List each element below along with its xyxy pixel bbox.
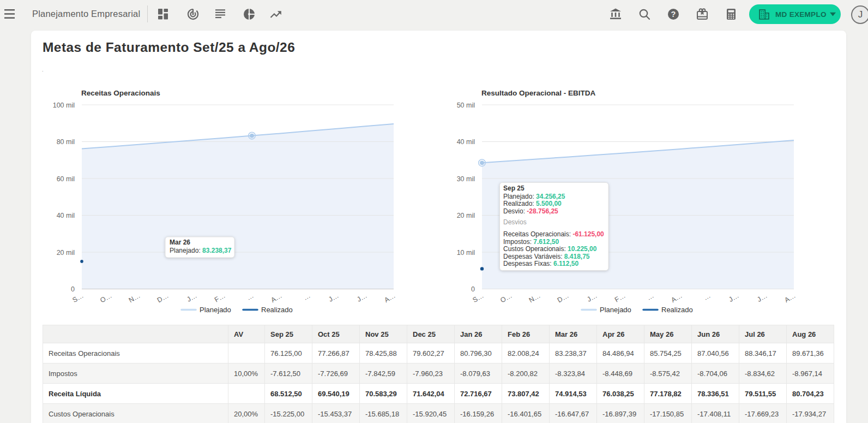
svg-text:J…: J… — [756, 291, 768, 303]
svg-text:A…: A… — [670, 291, 683, 304]
svg-text:Planejado: Planejado — [600, 306, 631, 314]
svg-text:D…: D… — [556, 291, 570, 304]
svg-text:Planejado: Planejado — [200, 306, 231, 314]
svg-text:Sep 25: Sep 25 — [503, 184, 525, 192]
svg-text:Realizado: Realizado — [261, 306, 293, 314]
svg-text:N…: N… — [528, 291, 542, 304]
svg-text:N…: N… — [128, 291, 142, 304]
svg-text:A…: A… — [383, 291, 396, 304]
svg-text:…: … — [302, 291, 312, 301]
svg-text:40 mil: 40 mil — [57, 212, 75, 219]
svg-text:Receitas Operacionais: -61.125: Receitas Operacionais: -61.125,00 — [503, 230, 604, 238]
svg-text:A…: A… — [783, 291, 797, 304]
svg-text:O…: O… — [499, 291, 513, 304]
svg-text:J…: J… — [327, 291, 340, 303]
svg-text:20 mil: 20 mil — [57, 249, 75, 257]
svg-text:O…: O… — [99, 291, 113, 304]
svg-text:?: ? — [671, 10, 676, 19]
svg-text:50 mil: 50 mil — [457, 102, 475, 109]
svg-text:Realizado: 5.500,00: Realizado: 5.500,00 — [503, 200, 562, 207]
svg-text:Despesas Fixas: 6.112,50: Despesas Fixas: 6.112,50 — [503, 260, 578, 267]
svg-text:Desvio: -28.756,25: Desvio: -28.756,25 — [503, 207, 558, 215]
svg-text:Receitas Operacionais: Receitas Operacionais — [81, 89, 160, 97]
svg-text:100 mil: 100 mil — [53, 102, 75, 109]
svg-text:Despesas Variáveis: 8.418,75: Despesas Variáveis: 8.418,75 — [503, 253, 590, 260]
svg-text:Planejado: 34.256,25: Planejado: 34.256,25 — [503, 193, 565, 200]
svg-text:…: … — [245, 291, 255, 301]
svg-text:S…: S… — [471, 291, 485, 304]
svg-text:0: 0 — [471, 285, 475, 293]
svg-text:40 mil: 40 mil — [457, 138, 475, 146]
svg-text:Resultado Operacional - EBITDA: Resultado Operacional - EBITDA — [481, 89, 596, 97]
svg-text:10 mil: 10 mil — [457, 249, 475, 257]
svg-text:0: 0 — [71, 285, 75, 293]
svg-text:D…: D… — [156, 291, 170, 304]
svg-text:Impostos: 7.612,50: Impostos: 7.612,50 — [503, 238, 559, 246]
svg-text:A…: A… — [269, 291, 283, 304]
svg-text:F…: F… — [213, 291, 226, 303]
svg-text:J…: J… — [355, 291, 368, 303]
svg-text:J…: J… — [727, 291, 740, 303]
svg-text:…: … — [702, 291, 712, 301]
svg-text:30 mil: 30 mil — [457, 175, 475, 183]
svg-text:80 mil: 80 mil — [57, 138, 75, 146]
svg-text:Custos Operacionais: 10.225,00: Custos Operacionais: 10.225,00 — [503, 245, 597, 253]
svg-text:S…: S… — [71, 291, 85, 304]
svg-text:J…: J… — [586, 291, 598, 303]
svg-text:Realizado: Realizado — [661, 306, 693, 314]
svg-text:J…: J… — [185, 291, 198, 303]
svg-text:Planejado: 83.238,37: Planejado: 83.238,37 — [170, 247, 232, 254]
svg-text:Mar 26: Mar 26 — [170, 239, 190, 246]
svg-text:F…: F… — [613, 291, 626, 303]
svg-text:Desvios: Desvios — [503, 218, 527, 226]
svg-text:…: … — [646, 291, 655, 301]
svg-text:20 mil: 20 mil — [457, 212, 475, 219]
svg-text:60 mil: 60 mil — [57, 175, 75, 183]
